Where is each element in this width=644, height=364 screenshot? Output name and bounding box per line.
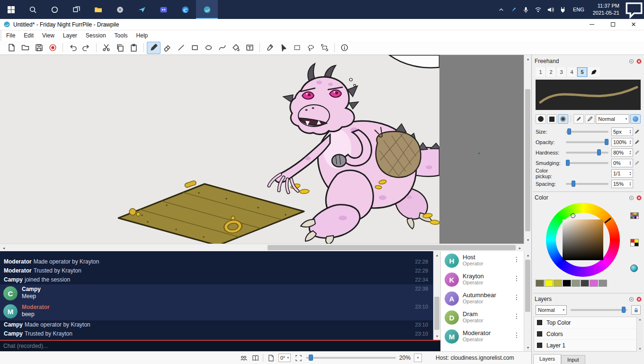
opacity-spinbox[interactable]: 100%▴▾ (611, 138, 633, 146)
hscroll-thumb[interactable] (268, 245, 516, 250)
tray-volume-button[interactable] (545, 0, 557, 19)
paste-button[interactable] (127, 42, 141, 54)
layer-row-layer-1[interactable]: Layer 1 (534, 340, 636, 351)
color-pickup-spinbox[interactable]: 1/1▴▾ (611, 169, 633, 178)
document-info-icon[interactable] (267, 354, 275, 362)
maximize-button[interactable] (602, 19, 623, 30)
user-menu-icon[interactable]: ⋮ (513, 274, 520, 282)
swatch[interactable] (590, 280, 598, 287)
save-button[interactable] (32, 42, 46, 54)
eraser-slot-button[interactable] (588, 67, 600, 77)
taskbar-app-disc-button[interactable] (109, 0, 131, 19)
saturation-value-square[interactable] (563, 219, 603, 260)
swatch[interactable] (554, 280, 562, 287)
lasso-select-tool-button[interactable] (304, 42, 318, 54)
swatch[interactable] (572, 280, 580, 287)
annotation-tool-button[interactable] (243, 42, 257, 54)
discord-button[interactable] (152, 0, 174, 19)
color-wheel[interactable] (546, 203, 620, 277)
opacity-slider-handle[interactable] (605, 139, 608, 145)
layer-opacity-slider[interactable] (571, 309, 627, 311)
fit-view-icon[interactable] (294, 354, 303, 362)
close-button[interactable]: ✕ (623, 19, 644, 30)
smudging-spinbox[interactable]: 0%▴▾ (611, 159, 633, 167)
zoom-slider-handle[interactable] (309, 355, 313, 361)
tab-layers[interactable]: Layers (533, 354, 561, 364)
smudging-slider[interactable] (566, 162, 608, 164)
hardness-slider[interactable] (566, 152, 608, 154)
swatch[interactable] (599, 280, 607, 287)
swatch[interactable] (545, 280, 553, 287)
window-titlebar[interactable]: Untitled* - Friday Night FurrPile - Draw… (0, 19, 644, 30)
freehand-tool-button[interactable] (147, 42, 161, 54)
dock-float-icon[interactable] (629, 59, 634, 64)
spin-arrows-icon[interactable]: ▴▾ (628, 140, 633, 145)
tray-plug-button[interactable] (557, 0, 569, 19)
colored-dab-button[interactable] (630, 114, 641, 124)
hardness-slider-handle[interactable] (597, 149, 601, 155)
scroll-up-icon[interactable]: ▴ (433, 251, 441, 259)
layer-visibility-icon[interactable] (537, 331, 542, 337)
opacity-pressure-button[interactable] (633, 139, 641, 145)
square-pixel-brush-button[interactable] (547, 114, 557, 124)
tray-mic-button[interactable] (520, 0, 532, 19)
size-pressure-button[interactable] (633, 129, 641, 135)
brush-blend-mode-select[interactable]: Normal▾ (596, 114, 629, 124)
user-row-moderator[interactable]: M Moderator Operator ⋮ (441, 327, 524, 346)
color-sphere-button[interactable] (630, 264, 640, 272)
scroll-down-icon[interactable]: ▾ (524, 344, 532, 351)
eraser-tool-button[interactable] (161, 42, 174, 54)
smudging-pressure-button[interactable] (633, 160, 641, 166)
layer-row-top-color[interactable]: Top Color (534, 317, 636, 328)
menu-edit[interactable]: Edit (19, 31, 38, 40)
chat-input[interactable] (0, 341, 440, 351)
size-slider[interactable] (566, 131, 608, 133)
size-slider-handle[interactable] (567, 128, 571, 135)
menu-tools[interactable]: Tools (110, 31, 132, 40)
erase-mode-button[interactable] (585, 114, 595, 124)
rect-select-tool-button[interactable] (290, 42, 304, 54)
ellipse-tool-button[interactable] (202, 42, 215, 54)
edge-button[interactable] (174, 0, 196, 19)
minimize-button[interactable] (581, 19, 602, 30)
dock-float-icon[interactable] (629, 195, 634, 200)
layer-row-colors[interactable]: Colors (534, 328, 636, 340)
rotation-control[interactable]: 0° ▾ (278, 354, 291, 362)
user-list-scrollbar[interactable]: ▴ ▾ (524, 251, 531, 351)
sv-marker[interactable] (571, 213, 575, 218)
start-button[interactable] (0, 0, 22, 19)
curve-tool-button[interactable] (215, 42, 229, 54)
user-row-host[interactable]: H Host Operator ⋮ (441, 251, 524, 270)
scroll-down-icon[interactable]: ▾ (433, 332, 441, 340)
layer-visibility-icon[interactable] (537, 343, 542, 348)
color-picker-tool-button[interactable] (263, 42, 277, 54)
menu-session[interactable]: Session (81, 31, 110, 40)
dock-close-icon[interactable] (636, 59, 642, 64)
swatch[interactable] (536, 280, 544, 287)
scroll-up-icon[interactable]: ▴ (524, 251, 532, 259)
brush-slot-1[interactable]: 1 (536, 67, 546, 77)
hardness-pressure-button[interactable] (633, 150, 641, 155)
cut-button[interactable] (99, 42, 113, 54)
vscroll-thumb[interactable] (525, 89, 530, 231)
brush-slot-2[interactable]: 2 (546, 67, 556, 77)
undo-button[interactable] (66, 42, 80, 54)
user-menu-icon[interactable]: ⋮ (513, 312, 520, 320)
scroll-right-icon[interactable]: ▸ (516, 244, 524, 252)
open-file-button[interactable] (18, 42, 32, 54)
hardness-spinbox[interactable]: 80%▴▾ (611, 148, 633, 157)
layer-blend-mode-select[interactable]: Normal▾ (536, 305, 567, 315)
drawing-canvas[interactable] (0, 55, 524, 244)
laser-pointer-tool-button[interactable] (277, 42, 290, 54)
palette-grid-button[interactable] (630, 212, 640, 219)
drawpile-taskbar-button[interactable] (196, 0, 218, 19)
record-session-button[interactable] (46, 42, 60, 54)
menu-layer[interactable]: Layer (59, 31, 81, 40)
chat-scrollbar[interactable]: ▴ ▾ (433, 251, 440, 340)
tray-chevron-button[interactable] (495, 0, 508, 19)
menu-file[interactable]: File (2, 31, 19, 40)
user-menu-icon[interactable]: ⋮ (513, 293, 520, 301)
action-center-button[interactable] (624, 0, 644, 19)
scroll-left-icon[interactable]: ◂ (0, 244, 8, 252)
menu-help[interactable]: Help (132, 31, 152, 40)
